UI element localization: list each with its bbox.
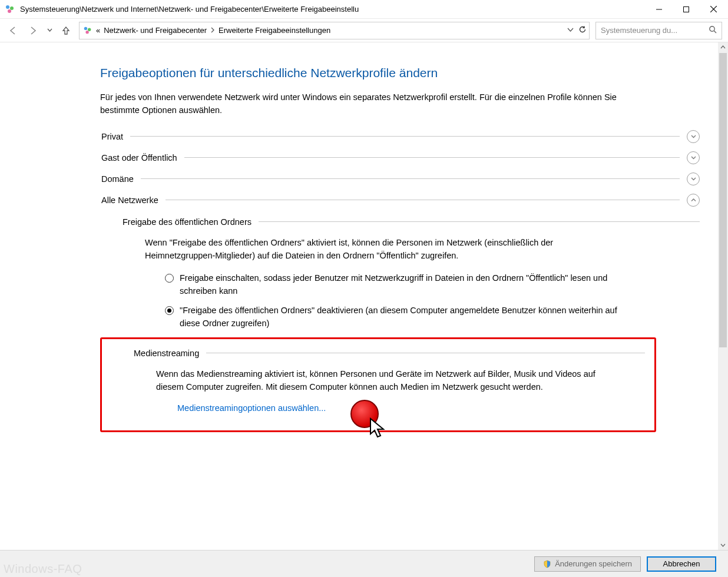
separator-line — [130, 136, 680, 137]
separator-line — [166, 200, 680, 200]
profile-privat[interactable]: Privat — [101, 130, 700, 143]
separator-line — [206, 353, 645, 353]
up-button[interactable] — [59, 24, 73, 38]
window-controls — [646, 0, 727, 19]
page-title: Freigabeoptionen für unterschiedliche Ne… — [100, 66, 700, 80]
profile-gast[interactable]: Gast oder Öffentlich — [101, 151, 700, 164]
separator-line — [259, 221, 700, 222]
watermark-text: Windows-FAQ — [4, 562, 82, 576]
radio-disable-public[interactable]: "Freigabe des öffentlichen Ordners" deak… — [165, 304, 618, 330]
svg-point-0 — [6, 5, 9, 9]
minimize-button[interactable] — [646, 0, 673, 19]
media-streaming-heading: Medienstreaming — [134, 349, 199, 358]
svg-point-9 — [85, 31, 88, 34]
public-folder-desc: Wenn "Freigabe des öffentlichen Ordners"… — [145, 236, 610, 263]
history-dropdown-icon[interactable] — [46, 28, 53, 33]
radio-icon — [165, 306, 174, 315]
scroll-up-icon[interactable] — [718, 42, 728, 52]
cancel-button-label: Abbrechen — [663, 559, 700, 568]
svg-point-10 — [710, 26, 714, 31]
cancel-button[interactable]: Abbrechen — [647, 556, 716, 572]
vertical-scrollbar[interactable] — [718, 42, 728, 550]
public-folder-heading: Freigabe des öffentlichen Ordners — [123, 217, 252, 227]
chevron-down-icon[interactable] — [687, 151, 700, 164]
search-input[interactable] — [601, 26, 705, 35]
breadcrumb-item-2[interactable]: Erweiterte Freigabeeinstellungen — [219, 26, 330, 35]
svg-point-8 — [88, 28, 91, 31]
cursor-icon — [368, 417, 388, 441]
media-streaming-desc: Wenn das Medienstreaming aktiviert ist, … — [156, 367, 621, 394]
close-button[interactable] — [700, 0, 727, 19]
radio-icon — [165, 274, 174, 283]
profile-domaene[interactable]: Domäne — [101, 173, 700, 185]
chevron-up-icon[interactable] — [687, 194, 700, 207]
scroll-thumb[interactable] — [719, 53, 727, 347]
svg-rect-4 — [684, 6, 689, 12]
chevron-down-icon[interactable] — [687, 130, 700, 143]
nav-bar: « Netzwerk- und Freigabecenter Erweitert… — [0, 19, 728, 42]
chevron-right-icon — [210, 27, 215, 34]
content-area: Freigabeoptionen für unterschiedliche Ne… — [0, 42, 728, 550]
search-icon[interactable] — [709, 25, 717, 35]
window-title: Systemsteuerung\Netzwerk und Internet\Ne… — [20, 5, 646, 14]
profile-label: Domäne — [101, 174, 134, 184]
public-folder-section: Freigabe des öffentlichen Ordners Wenn "… — [123, 217, 700, 330]
svg-point-1 — [10, 6, 14, 10]
profile-label: Alle Netzwerke — [101, 195, 158, 205]
scroll-down-icon[interactable] — [718, 540, 728, 550]
intro-text: Für jedes von Ihnen verwendete Netzwerk … — [100, 91, 642, 117]
radio-label: "Freigabe des öffentlichen Ordners" deak… — [180, 304, 618, 330]
radio-enable-public[interactable]: Freigabe einschalten, sodass jeder Benut… — [165, 272, 618, 298]
shield-icon — [543, 560, 551, 568]
breadcrumb-ellipsis[interactable]: « — [96, 26, 100, 35]
svg-line-11 — [714, 31, 716, 33]
media-streaming-highlight: Medienstreaming Wenn das Medienstreaming… — [100, 337, 656, 432]
svg-point-7 — [84, 26, 87, 29]
svg-point-2 — [8, 9, 11, 13]
breadcrumb-item-1[interactable]: Netzwerk- und Freigabecenter — [104, 26, 207, 35]
footer-bar: Windows-FAQ Änderungen speichern Abbrech… — [0, 550, 728, 577]
address-dropdown-icon[interactable] — [567, 26, 574, 35]
separator-line — [184, 157, 680, 158]
search-box[interactable] — [595, 22, 722, 39]
radio-label: Freigabe einschalten, sodass jeder Benut… — [180, 272, 618, 298]
media-streaming-link[interactable]: Medienstreamingoptionen auswählen... — [177, 403, 326, 413]
back-button[interactable] — [6, 24, 20, 38]
address-icon — [83, 26, 92, 35]
profile-label: Privat — [101, 132, 123, 141]
profile-label: Gast oder Öffentlich — [101, 153, 177, 163]
save-button-label: Änderungen speichern — [555, 559, 632, 568]
save-button[interactable]: Änderungen speichern — [534, 556, 641, 572]
address-bar[interactable]: « Netzwerk- und Freigabecenter Erweitert… — [79, 22, 590, 39]
maximize-button[interactable] — [673, 0, 700, 19]
forward-button[interactable] — [26, 24, 40, 38]
separator-line — [141, 178, 680, 179]
refresh-button[interactable] — [578, 25, 587, 35]
chevron-down-icon[interactable] — [687, 173, 700, 185]
control-panel-icon — [5, 4, 15, 15]
title-bar: Systemsteuerung\Netzwerk und Internet\Ne… — [0, 0, 728, 19]
profile-alle-netzwerke[interactable]: Alle Netzwerke — [101, 194, 700, 207]
